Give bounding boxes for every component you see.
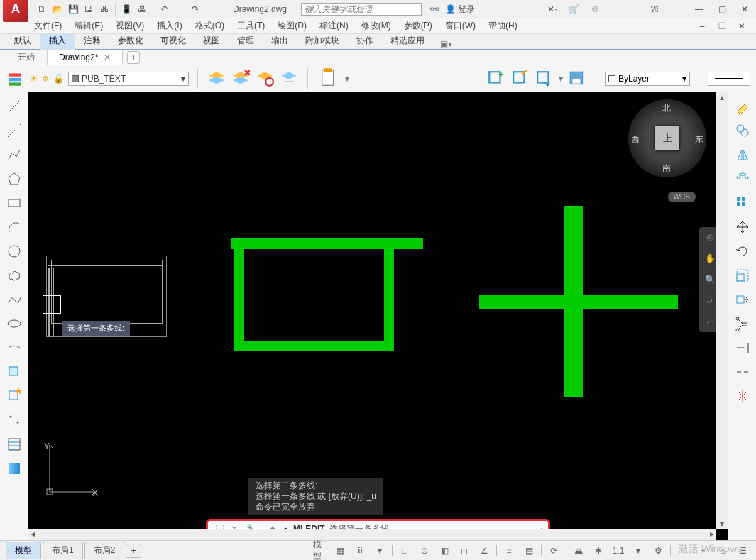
menu-window[interactable]: 窗口(W) — [445, 20, 476, 32]
ortho-icon[interactable]: ∟ — [397, 544, 412, 558]
mdi-close[interactable]: ✕ — [733, 20, 750, 33]
ribtab-featured[interactable]: 精选应用 — [382, 33, 433, 49]
block-save-icon[interactable] — [567, 69, 587, 89]
polar-icon[interactable]: ⊙ — [417, 544, 432, 558]
snap-icon[interactable]: ⠿ — [352, 544, 368, 558]
stretch-tool-icon[interactable] — [731, 288, 754, 311]
linetype-combo[interactable] — [708, 72, 750, 86]
minimize-button[interactable]: — — [691, 3, 708, 16]
layer-sun-icon[interactable]: ☀ — [30, 74, 38, 84]
gradient-tool-icon[interactable] — [3, 457, 26, 480]
cart-icon[interactable]: 🛒 — [566, 2, 581, 16]
otrack-icon[interactable]: ∠ — [476, 544, 492, 558]
break-tool-icon[interactable] — [731, 361, 754, 383]
copy-tool-icon[interactable] — [731, 119, 754, 142]
nav-zoom-icon[interactable]: 🔍 — [703, 273, 717, 287]
color-combo[interactable]: ByLayer ▾ — [605, 72, 690, 86]
menu-dim[interactable]: 标注(N) — [319, 20, 349, 32]
iso-icon[interactable]: ◧ — [437, 544, 452, 558]
search-input[interactable] — [301, 3, 422, 16]
cycle-icon[interactable]: ⟳ — [546, 544, 561, 558]
layout-tab-2[interactable]: 布局2 — [84, 542, 125, 559]
layers-panel-icon1[interactable] — [207, 69, 226, 89]
block-dd[interactable]: ▾ — [559, 74, 563, 84]
plot-icon[interactable]: 🖶 — [135, 2, 149, 16]
rotate-tool-icon[interactable] — [731, 240, 754, 263]
mdi-restore[interactable]: ❐ — [713, 20, 730, 33]
ann2-icon[interactable]: ✱ — [591, 544, 606, 558]
erase-tool-icon[interactable] — [731, 95, 754, 118]
nav-show-icon[interactable]: ▭ — [703, 315, 717, 329]
scale-tool-icon[interactable] — [731, 264, 754, 287]
xline-tool-icon[interactable] — [3, 119, 26, 142]
save-icon[interactable]: 💾 — [66, 2, 80, 16]
app-logo[interactable]: A — [3, 0, 28, 22]
ribbon-min-icon[interactable]: ▣▾ — [440, 39, 452, 49]
point-tool-icon[interactable] — [3, 409, 26, 432]
menu-param[interactable]: 参数(P) — [404, 20, 432, 32]
ribtab-insert[interactable]: 插入 — [40, 32, 75, 50]
layout-tab-add[interactable]: + — [126, 544, 141, 558]
layer-props-icon[interactable] — [6, 69, 26, 89]
user-icon[interactable]: 👤 — [443, 2, 457, 16]
mdi-minimize[interactable]: – — [694, 20, 711, 33]
viewcube[interactable]: 北 南 东 西 上 — [628, 99, 706, 177]
undo-icon[interactable]: ↶ — [157, 2, 171, 16]
layout-tab-model[interactable]: 模型 — [6, 542, 41, 559]
saveas-icon[interactable]: 🖫 — [82, 2, 96, 16]
hscrollbar[interactable]: ◂ ▸ — [28, 529, 716, 540]
ribtab-addins[interactable]: 附加模块 — [297, 33, 348, 49]
ellipse-tool-icon[interactable] — [3, 312, 26, 335]
polygon-tool-icon[interactable] — [3, 168, 26, 190]
ribtab-param[interactable]: 参数化 — [109, 33, 152, 49]
layers-panel-icon3[interactable] — [255, 69, 275, 89]
new-icon[interactable]: 🗋 — [35, 2, 49, 16]
viewcube-top[interactable]: 上 — [655, 126, 679, 150]
ribtab-annotate[interactable]: 注释 — [75, 33, 109, 49]
revcloud-tool-icon[interactable] — [3, 264, 26, 287]
layer-combo[interactable]: PUB_TEXT ▾ — [68, 72, 189, 86]
menu-modify[interactable]: 修改(M) — [361, 20, 391, 32]
menu-insert[interactable]: 插入(I) — [157, 20, 182, 32]
model-space-button[interactable]: 模型 — [312, 544, 328, 558]
nav-wheel-icon[interactable]: ◎ — [703, 230, 717, 244]
menu-tools[interactable]: 工具(T) — [237, 20, 265, 32]
trim-tool-icon[interactable] — [731, 312, 754, 335]
nav-orbit-icon[interactable]: ⤾ — [703, 294, 717, 308]
osnap-icon[interactable]: ◻ — [456, 544, 472, 558]
lwt-icon[interactable]: ≡ — [501, 544, 517, 558]
viewcube-east[interactable]: 东 — [695, 133, 703, 146]
menu-edit[interactable]: 编辑(E) — [75, 20, 103, 32]
scale-label[interactable]: 1:1 — [610, 544, 626, 558]
maximize-button[interactable]: ▢ — [713, 3, 730, 16]
ann-icon[interactable]: ⛰ — [571, 544, 586, 558]
layer-freeze-icon[interactable]: ❄ — [42, 74, 49, 84]
block-edit-icon[interactable] — [510, 69, 530, 89]
move-tool-icon[interactable] — [731, 216, 754, 238]
ribtab-default[interactable]: 默认 — [6, 33, 40, 49]
layout-tab-1[interactable]: 布局1 — [43, 542, 83, 559]
paste-icon[interactable] — [317, 69, 341, 89]
menu-file[interactable]: 文件(F) — [34, 20, 62, 32]
insert-block-icon[interactable] — [3, 361, 26, 383]
ribtab-manage[interactable]: 管理 — [229, 33, 263, 49]
login-label[interactable]: 登录 — [458, 4, 475, 16]
offset-tool-icon[interactable] — [731, 168, 754, 190]
nav-pan-icon[interactable]: ✋ — [703, 251, 717, 265]
doctab-drawing2[interactable]: Drawing2* ✕ — [47, 50, 123, 65]
doctab-new[interactable]: + — [127, 51, 140, 64]
wcs-badge[interactable]: WCS — [668, 192, 696, 202]
grid-icon[interactable]: ▦ — [332, 544, 348, 558]
line-tool-icon[interactable] — [3, 95, 26, 118]
open-icon[interactable]: 📂 — [50, 2, 65, 16]
viewcube-west[interactable]: 西 — [631, 133, 640, 146]
menu-help[interactable]: 帮助(H) — [488, 20, 517, 32]
block-create-icon[interactable]: + — [486, 69, 506, 89]
login-dropdown[interactable] — [476, 2, 490, 16]
explode-tool-icon[interactable] — [731, 385, 754, 407]
polyline-tool-icon[interactable] — [3, 143, 26, 166]
doctab-close-icon[interactable]: ✕ — [104, 53, 111, 62]
spline-tool-icon[interactable] — [3, 288, 26, 311]
menu-view[interactable]: 视图(V) — [116, 20, 144, 32]
scale-dd[interactable]: ▾ — [630, 544, 646, 558]
